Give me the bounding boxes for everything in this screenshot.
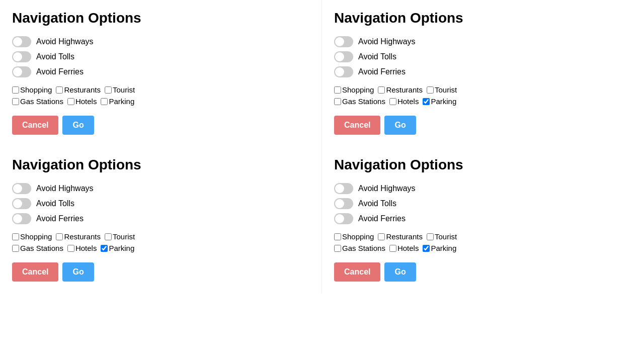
checkboxes-row2-top-right: Gas StationsHotelsParking	[334, 97, 632, 106]
buttons-row-bottom-left: CancelGo	[12, 262, 309, 282]
toggles-section-bottom-right: Avoid HighwaysAvoid TollsAvoid Ferries	[334, 183, 632, 224]
checkbox-input-r2-1[interactable]	[67, 245, 74, 252]
toggle-row-0: Avoid Highways	[12, 36, 309, 47]
checkboxes-row2-bottom-right: Gas StationsHotelsParking	[334, 244, 632, 252]
toggle-label-1: Avoid Tolls	[358, 199, 396, 208]
checkbox-input-0[interactable]	[334, 86, 341, 94]
checkbox-input-2[interactable]	[427, 86, 434, 94]
toggle-avoid-ferries[interactable]	[334, 213, 353, 224]
toggle-label-2: Avoid Ferries	[36, 214, 84, 223]
go-button-bottom-left[interactable]: Go	[62, 262, 94, 282]
checkboxes-row1-top-left: ShoppingResturantsTourist	[12, 85, 309, 94]
checkbox-shopping-2[interactable]: Shopping	[12, 232, 52, 241]
toggles-section-bottom-left: Avoid HighwaysAvoid TollsAvoid Ferries	[12, 183, 309, 224]
checkbox-hotels-r2-0[interactable]: Hotels	[67, 97, 97, 106]
checkbox-input-r2-2[interactable]	[423, 98, 430, 105]
toggle-avoid-highways[interactable]	[334, 183, 353, 194]
toggle-label-1: Avoid Tolls	[358, 52, 396, 61]
checkbox-gas-stations-r2-1[interactable]: Gas Stations	[334, 97, 385, 106]
checkboxes-row2-top-left: Gas StationsHotelsParking	[12, 97, 309, 106]
checkbox-input-r2-2[interactable]	[101, 98, 108, 105]
toggle-avoid-ferries[interactable]	[334, 66, 353, 77]
checkboxes-row1-bottom-left: ShoppingResturantsTourist	[12, 232, 309, 241]
checkbox-input-1[interactable]	[56, 86, 63, 94]
checkbox-shopping-3[interactable]: Shopping	[334, 232, 374, 241]
checkboxes-row1-bottom-right: ShoppingResturantsTourist	[334, 232, 632, 241]
toggle-avoid-highways[interactable]	[12, 36, 31, 47]
checkbox-input-2[interactable]	[105, 86, 112, 94]
checkbox-input-1[interactable]	[378, 233, 385, 240]
buttons-row-top-left: CancelGo	[12, 116, 309, 135]
buttons-row-bottom-right: CancelGo	[334, 262, 632, 282]
checkbox-parking-r2-3[interactable]: Parking	[423, 244, 456, 252]
checkbox-input-r2-1[interactable]	[389, 98, 396, 105]
checkbox-input-r2-2[interactable]	[101, 245, 108, 252]
panel-title-bottom-left: Navigation Options	[12, 157, 309, 173]
checkbox-input-r2-1[interactable]	[389, 245, 396, 252]
checkbox-gas-stations-r2-3[interactable]: Gas Stations	[334, 244, 385, 252]
panel-title-bottom-right: Navigation Options	[334, 157, 632, 173]
checkbox-input-r2-0[interactable]	[12, 98, 19, 105]
checkbox-parking-r2-1[interactable]: Parking	[423, 97, 456, 106]
checkbox-hotels-r2-2[interactable]: Hotels	[67, 244, 97, 252]
checkbox-input-r2-0[interactable]	[334, 245, 341, 252]
checkbox-input-0[interactable]	[12, 233, 19, 240]
toggle-label-0: Avoid Highways	[36, 184, 94, 193]
checkbox-tourist-3[interactable]: Tourist	[427, 232, 457, 241]
checkbox-tourist-1[interactable]: Tourist	[427, 85, 457, 94]
toggle-avoid-ferries[interactable]	[12, 213, 31, 224]
checkbox-input-r2-2[interactable]	[423, 245, 430, 252]
checkboxes-row2-bottom-left: Gas StationsHotelsParking	[12, 244, 309, 252]
toggle-label-0: Avoid Highways	[36, 37, 94, 46]
toggle-avoid-tolls[interactable]	[12, 198, 31, 209]
toggle-avoid-ferries[interactable]	[12, 66, 31, 77]
checkbox-input-2[interactable]	[427, 233, 434, 240]
toggle-label-1: Avoid Tolls	[36, 52, 74, 61]
checkbox-hotels-r2-3[interactable]: Hotels	[389, 244, 419, 252]
checkbox-resturants-1[interactable]: Resturants	[378, 85, 423, 94]
panel-top-right: Navigation OptionsAvoid HighwaysAvoid To…	[322, 0, 644, 147]
toggle-avoid-highways[interactable]	[334, 36, 353, 47]
checkbox-resturants-3[interactable]: Resturants	[378, 232, 423, 241]
toggle-label-0: Avoid Highways	[358, 37, 416, 46]
checkbox-shopping-0[interactable]: Shopping	[12, 85, 52, 94]
checkbox-gas-stations-r2-0[interactable]: Gas Stations	[12, 97, 63, 106]
checkbox-input-r2-0[interactable]	[12, 245, 19, 252]
toggle-label-1: Avoid Tolls	[36, 199, 74, 208]
toggle-avoid-tolls[interactable]	[334, 198, 353, 209]
checkbox-input-0[interactable]	[12, 86, 19, 94]
toggle-row-2: Avoid Ferries	[12, 213, 309, 224]
toggle-avoid-tolls[interactable]	[334, 51, 353, 62]
checkbox-input-1[interactable]	[56, 233, 63, 240]
go-button-top-right[interactable]: Go	[384, 116, 416, 135]
checkbox-input-r2-0[interactable]	[334, 98, 341, 105]
checkbox-input-0[interactable]	[334, 233, 341, 240]
toggle-label-2: Avoid Ferries	[358, 67, 406, 76]
checkbox-resturants-0[interactable]: Resturants	[56, 85, 101, 94]
go-button-top-left[interactable]: Go	[62, 116, 94, 135]
panel-bottom-left: Navigation OptionsAvoid HighwaysAvoid To…	[0, 147, 322, 294]
checkbox-gas-stations-r2-2[interactable]: Gas Stations	[12, 244, 63, 252]
checkbox-input-2[interactable]	[105, 233, 112, 240]
checkbox-resturants-2[interactable]: Resturants	[56, 232, 101, 241]
go-button-bottom-right[interactable]: Go	[384, 262, 416, 282]
toggles-section-top-right: Avoid HighwaysAvoid TollsAvoid Ferries	[334, 36, 632, 77]
checkboxes-row1-top-right: ShoppingResturantsTourist	[334, 85, 632, 94]
cancel-button-bottom-left[interactable]: Cancel	[12, 262, 58, 282]
cancel-button-top-right[interactable]: Cancel	[334, 116, 380, 135]
checkbox-tourist-0[interactable]: Tourist	[105, 85, 135, 94]
cancel-button-top-left[interactable]: Cancel	[12, 116, 58, 135]
checkbox-parking-r2-0[interactable]: Parking	[101, 97, 134, 106]
toggle-avoid-highways[interactable]	[12, 183, 31, 194]
toggle-avoid-tolls[interactable]	[12, 51, 31, 62]
checkbox-input-r2-1[interactable]	[67, 98, 74, 105]
cancel-button-bottom-right[interactable]: Cancel	[334, 262, 380, 282]
checkbox-tourist-2[interactable]: Tourist	[105, 232, 135, 241]
toggle-row-0: Avoid Highways	[12, 183, 309, 194]
checkbox-hotels-r2-1[interactable]: Hotels	[389, 97, 419, 106]
checkbox-input-1[interactable]	[378, 86, 385, 94]
checkbox-parking-r2-2[interactable]: Parking	[101, 244, 134, 252]
panel-bottom-right: Navigation OptionsAvoid HighwaysAvoid To…	[322, 147, 644, 294]
checkbox-shopping-1[interactable]: Shopping	[334, 85, 374, 94]
toggles-section-top-left: Avoid HighwaysAvoid TollsAvoid Ferries	[12, 36, 309, 77]
